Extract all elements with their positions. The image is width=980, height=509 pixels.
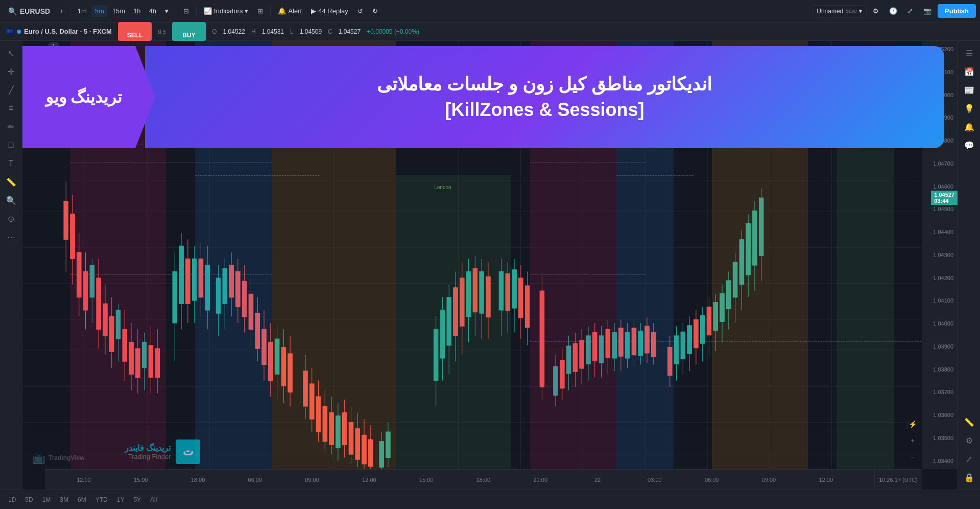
trend-line-tool[interactable]: ╱ <box>3 82 19 98</box>
gear-icon: ⚙ <box>873 7 879 15</box>
fullscreen-right-icon[interactable]: ⤢ <box>961 451 977 467</box>
unnamed-button[interactable]: Unnamed Save ▾ <box>812 5 867 17</box>
time-0600b: 06:00 <box>683 477 740 483</box>
brush-tool[interactable]: ✏ <box>3 119 19 135</box>
undo-button[interactable]: ↺ <box>353 5 367 17</box>
ruler-right-icon[interactable]: 📏 <box>961 414 977 430</box>
time-1500: 15:00 <box>112 477 170 483</box>
period-5y[interactable]: 5Y <box>129 494 145 505</box>
flag-icon: 🇪🇺 <box>6 28 14 35</box>
banner-left-text: تریدینگ ویو <box>45 87 123 107</box>
time-1800b: 18:00 <box>455 477 512 483</box>
bar-type-button[interactable]: ⊟ <box>179 5 193 17</box>
high-value: 1.04531 <box>262 28 284 35</box>
cursor-tool[interactable]: ↖ <box>3 45 19 61</box>
screenshot-button[interactable]: 📷 <box>919 5 936 17</box>
news-icon[interactable]: 📰 <box>961 82 977 98</box>
symbol-bar: 🇪🇺 Euro / U.S. Dollar · 5 · FXCM 1.04526… <box>0 22 980 41</box>
channel-tool[interactable]: ≡ <box>3 100 19 117</box>
crosshair-tool[interactable]: ✛ <box>3 63 19 80</box>
ideas-icon[interactable]: 💡 <box>961 100 977 117</box>
time-1200b: 12:00 <box>341 477 398 483</box>
svg-rect-157 <box>674 336 679 364</box>
sep-4 <box>270 5 271 17</box>
more-tools[interactable]: ⋯ <box>3 229 19 245</box>
add-symbol-button[interactable]: + <box>55 5 67 17</box>
redo-button[interactable]: ↻ <box>368 5 382 17</box>
tf-english: Trading Finder <box>125 453 171 460</box>
zoom-tool[interactable]: 🔍 <box>3 192 19 209</box>
settings-right-icon[interactable]: ⚙ <box>961 432 977 449</box>
tf-4h[interactable]: 4h <box>146 5 160 17</box>
annotation-tool[interactable]: T <box>3 155 19 172</box>
tf-15m[interactable]: 15m <box>109 5 129 17</box>
period-3m[interactable]: 3M <box>56 494 73 505</box>
period-5d[interactable]: 5D <box>21 494 37 505</box>
close-label: C <box>328 28 332 35</box>
tf-5m[interactable]: 5m <box>91 5 108 17</box>
london-zone-1 <box>396 175 511 469</box>
indicators-button[interactable]: 📈 Indicators ▾ <box>200 5 252 17</box>
magnet-tool[interactable]: ⊙ <box>3 211 19 227</box>
period-6m[interactable]: 6M <box>74 494 90 505</box>
tf-1m[interactable]: 1m <box>74 5 90 17</box>
period-all[interactable]: All <box>146 494 161 505</box>
publish-button[interactable]: Publish <box>938 4 976 18</box>
svg-rect-165 <box>700 315 705 343</box>
redo-icon: ↻ <box>372 7 378 15</box>
shape-tool[interactable]: □ <box>3 137 19 153</box>
price-1.04000: 1.04000 <box>924 320 955 327</box>
left-sidebar: ↖ ✛ ╱ ≡ ✏ □ T 📏 🔍 ⊙ ⋯ <box>0 41 22 490</box>
full-symbol-label: Euro / U.S. Dollar · 5 · FXCM <box>24 28 112 35</box>
high-label: H <box>251 28 256 35</box>
zoom-in-tool[interactable]: + <box>905 433 920 448</box>
watchlist-icon[interactable]: ☰ <box>961 45 977 61</box>
save-sublabel: Save <box>845 8 857 14</box>
price-1.04500: 1.04500 <box>924 206 955 212</box>
period-1m[interactable]: 1M <box>38 494 55 505</box>
alert-label: Alert <box>288 7 302 15</box>
ruler-tool[interactable]: 📏 <box>3 174 19 190</box>
chat-icon[interactable]: 💬 <box>961 137 977 153</box>
time-0900b: 09:00 <box>740 477 798 483</box>
sell-button[interactable]: 1.04526 SELL <box>118 22 152 41</box>
indicators-label: Indicators <box>214 7 243 15</box>
tv-logo: 📺 <box>33 452 45 464</box>
zoom-out-tool[interactable]: − <box>905 450 920 464</box>
calendar-icon[interactable]: 📅 <box>961 63 977 80</box>
clock-button[interactable]: 🕐 <box>885 5 901 17</box>
layout-button[interactable]: ⊞ <box>253 5 267 17</box>
time-0600: 06:00 <box>226 477 283 483</box>
time-1200c: 12:00 <box>797 477 854 483</box>
chevron-down-icon: ▾ <box>165 7 169 15</box>
lock-icon[interactable]: 🔒 <box>961 469 977 485</box>
alerts-icon[interactable]: 🔔 <box>961 119 977 135</box>
chart-area[interactable]: NY am NY pm Asia London NY am NY pm Asia… <box>22 41 980 490</box>
current-price-badge: 1.04527 03:44 <box>931 191 958 205</box>
replay-button[interactable]: ▶ 44 Replay <box>307 5 352 17</box>
low-value: 1.04509 <box>300 28 322 35</box>
period-bar: 1D 5D 1M 3M 6M YTD 1Y 5Y All <box>0 490 980 509</box>
period-1d[interactable]: 1D <box>4 494 20 505</box>
svg-rect-119 <box>525 286 530 328</box>
settings-button[interactable]: ⚙ <box>869 5 883 17</box>
svg-rect-167 <box>707 307 711 335</box>
lightning-tool[interactable]: ⚡ <box>905 417 920 431</box>
fullscreen-button[interactable]: ⤢ <box>903 5 917 17</box>
timeframe-dropdown[interactable]: ▾ <box>161 5 173 17</box>
price-1.04100: 1.04100 <box>924 297 955 304</box>
symbol-info[interactable]: 🇪🇺 Euro / U.S. Dollar · 5 · FXCM <box>6 28 112 35</box>
tf-1h[interactable]: 1h <box>130 5 144 17</box>
tf-persian: تریدینگ فایندر <box>125 443 171 453</box>
banner-left: تریدینگ ویو <box>22 46 155 148</box>
period-ytd[interactable]: YTD <box>91 494 112 505</box>
svg-rect-117 <box>519 278 523 318</box>
toolbar-right: Unnamed Save ▾ ⚙ 🕐 ⤢ 📷 Publish <box>812 4 976 18</box>
symbol-search[interactable]: 🔍 EURUSD <box>4 5 54 17</box>
svg-rect-159 <box>681 332 685 359</box>
alert-button[interactable]: 🔔 Alert <box>274 5 306 17</box>
camera-icon: 📷 <box>923 7 931 15</box>
period-1y[interactable]: 1Y <box>113 494 129 505</box>
buy-button[interactable]: 1.04534 BUY <box>172 22 206 41</box>
time-scale: 12:00 15:00 18:00 06:00 09:00 12:00 15:0… <box>45 469 922 490</box>
